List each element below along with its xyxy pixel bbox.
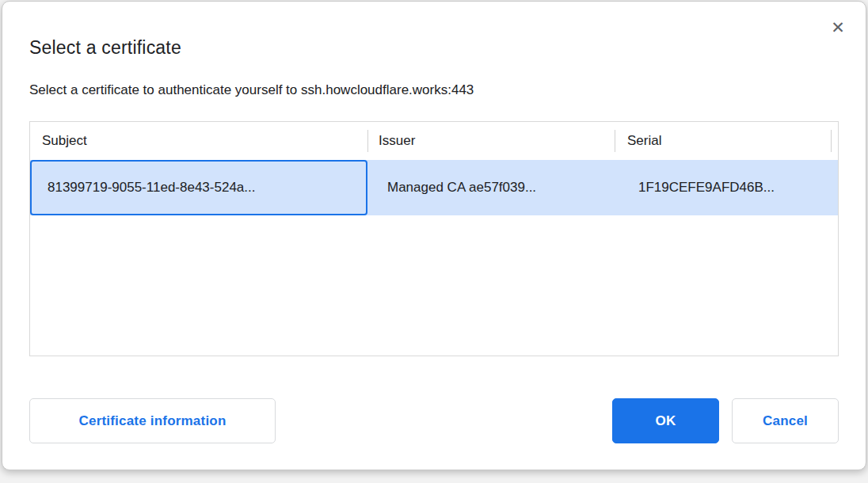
certificate-table: Subject Issuer Serial 81399719-9055-11ed… <box>29 121 839 356</box>
dialog-subtitle: Select a certificate to authenticate you… <box>29 80 839 101</box>
table-header: Subject Issuer Serial <box>30 122 838 160</box>
column-header-issuer: Issuer <box>367 122 615 160</box>
certificate-subject-cell: 81399719-9055-11ed-8e43-524a... <box>30 160 367 215</box>
cancel-button[interactable]: Cancel <box>732 398 839 443</box>
certificate-row[interactable]: 81399719-9055-11ed-8e43-524a... Managed … <box>30 160 838 215</box>
column-header-gutter <box>831 122 838 160</box>
certificate-select-dialog: ✕ Select a certificate Select a certific… <box>2 1 866 470</box>
ok-button[interactable]: OK <box>612 398 719 443</box>
certificate-serial-cell: 1F19CEFE9AFD46B... <box>615 160 838 215</box>
column-header-subject: Subject <box>30 122 367 160</box>
dialog-footer: Certificate information OK Cancel <box>29 398 839 443</box>
dialog-title: Select a certificate <box>29 2 839 59</box>
certificate-information-button[interactable]: Certificate information <box>29 398 276 443</box>
certificate-issuer-cell: Managed CA ae57f039... <box>367 160 615 215</box>
close-button[interactable]: ✕ <box>826 16 850 40</box>
close-icon: ✕ <box>831 18 845 36</box>
column-header-serial: Serial <box>615 122 831 160</box>
